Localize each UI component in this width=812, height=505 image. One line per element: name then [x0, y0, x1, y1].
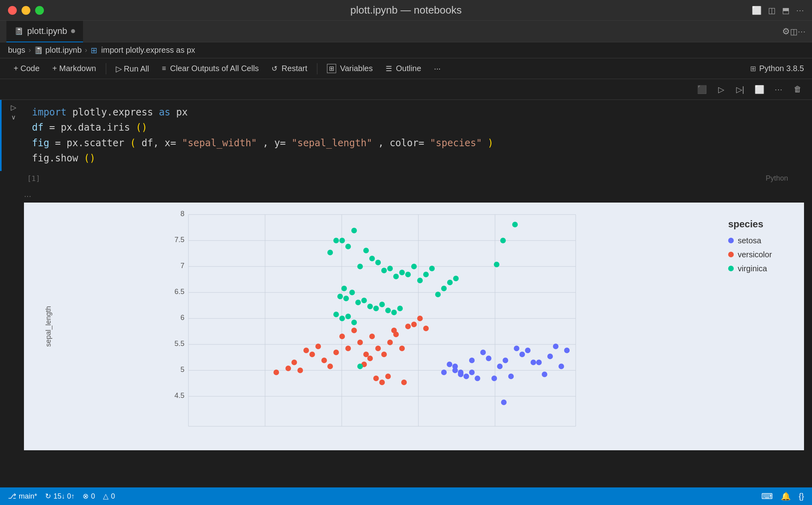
breadcrumb-bugs[interactable]: bugs: [8, 46, 25, 55]
svg-point-86: [351, 228, 357, 233]
cell-run-button[interactable]: ▷: [713, 82, 729, 97]
clear-outputs-label: Clear Outputs of All Cells: [170, 64, 259, 73]
outline-icon: ☰: [386, 64, 392, 73]
svg-point-58: [321, 358, 327, 363]
svg-point-78: [373, 376, 379, 381]
svg-text:7: 7: [180, 262, 184, 270]
error-status[interactable]: ⊗ 0: [83, 492, 95, 501]
legend-item-versicolor: versicolor: [728, 250, 792, 259]
sync-icon: ↻: [45, 492, 51, 501]
chart-plot: sepal_length 8 7.5 7: [32, 211, 716, 442]
cell-more-button[interactable]: ⋯: [770, 82, 786, 97]
restart-button[interactable]: ↺ Restart: [266, 62, 313, 76]
svg-point-102: [447, 280, 453, 285]
svg-point-114: [397, 306, 403, 311]
cell-run-next-button[interactable]: ▷|: [732, 82, 748, 97]
svg-point-96: [411, 264, 417, 269]
breadcrumb-bugs-label: bugs: [8, 46, 25, 55]
svg-point-105: [343, 296, 349, 301]
svg-text:6: 6: [180, 314, 184, 322]
output-area: ...: [0, 186, 812, 199]
svg-point-95: [405, 272, 411, 277]
run-cell-button[interactable]: ▷: [11, 103, 16, 112]
cell-toolbar: ⬛ ▷ ▷| ⬜ ⋯ 🗑: [0, 79, 812, 100]
cell-number: [1]: [24, 173, 44, 184]
variables-button[interactable]: ⊞ Variables: [321, 62, 378, 76]
minimize-button[interactable]: [22, 6, 30, 15]
feedback-icon[interactable]: ⌨: [761, 491, 773, 501]
add-markdown-button[interactable]: + Markdown: [47, 62, 102, 76]
svg-point-63: [351, 328, 357, 333]
add-code-button[interactable]: + Code: [8, 62, 45, 76]
breadcrumb: bugs › 📓 plott.ipynb › ⊞ import plotly.e…: [0, 42, 812, 58]
svg-point-94: [399, 270, 405, 275]
svg-point-106: [349, 290, 355, 295]
svg-point-45: [542, 372, 547, 377]
svg-point-67: [375, 346, 381, 351]
svg-point-50: [501, 400, 507, 405]
breadcrumb-notebook-icon: 📓: [34, 46, 43, 55]
variables-icon: ⊞: [327, 64, 336, 73]
collapse-button[interactable]: ∨: [11, 113, 16, 121]
more-icon[interactable]: ⋯: [796, 6, 804, 15]
tab-more-icon[interactable]: ⋯: [798, 27, 806, 36]
cell-footer: [1] Python: [0, 171, 812, 186]
svg-point-30: [458, 372, 463, 377]
svg-point-51: [273, 370, 279, 375]
statusbar: ⎇ main* ↻ 15↓ 0↑ ⊗ 0 △ 0 ⌨ 🔔 {}: [0, 487, 812, 505]
warning-icon: △: [103, 492, 109, 501]
titlebar: plott.ipynb — notebooks ⬜ ◫ ⬒ ⋯: [0, 0, 812, 21]
versicolor-dot: [728, 252, 734, 257]
svg-point-41: [519, 352, 525, 357]
add-code-label: + Code: [14, 64, 40, 73]
tab-plott[interactable]: 📓 plott.ipynb: [6, 21, 83, 42]
outline-button[interactable]: ☰ Outline: [380, 62, 427, 76]
breadcrumb-sep-2: ›: [85, 46, 87, 54]
branch-status[interactable]: ⎇ main*: [8, 492, 37, 501]
maximize-button[interactable]: [35, 6, 44, 15]
svg-point-90: [375, 260, 381, 265]
toolbar-more-button[interactable]: ···: [428, 62, 446, 76]
warning-status[interactable]: △ 0: [103, 492, 115, 501]
cell-code-content[interactable]: import plotly.express as px df = px.data…: [26, 100, 812, 171]
virginica-label: virginica: [738, 264, 767, 273]
close-button[interactable]: [8, 6, 17, 15]
toolbar: + Code + Markdown ▷ Run All ≡ Clear Outp…: [0, 58, 812, 79]
svg-point-83: [333, 238, 339, 243]
breadcrumb-file[interactable]: 📓 plott.ipynb: [34, 46, 81, 55]
svg-point-93: [393, 274, 399, 279]
cell-delete-button[interactable]: 🗑: [790, 82, 806, 97]
settings-button[interactable]: ⚙: [782, 26, 790, 37]
layout-icon[interactable]: ⬜: [752, 6, 762, 15]
breadcrumb-code[interactable]: ⊞ import plotly.express as px: [91, 46, 195, 55]
cell-expand-button[interactable]: ⬜: [751, 82, 767, 97]
svg-point-52: [285, 366, 291, 371]
sync-status[interactable]: ↻ 15↓ 0↑: [45, 492, 75, 501]
svg-point-75: [423, 326, 429, 331]
brackets-icon[interactable]: {}: [799, 492, 804, 501]
svg-point-82: [401, 380, 407, 385]
clear-outputs-button[interactable]: ≡ Clear Outputs of All Cells: [156, 62, 265, 76]
svg-text:4.5: 4.5: [174, 392, 184, 400]
notification-icon[interactable]: 🔔: [781, 491, 791, 501]
panel-layout-icon[interactable]: ◫: [790, 27, 798, 36]
svg-point-64: [357, 340, 363, 345]
split-v-icon[interactable]: ⬒: [782, 6, 790, 15]
code-import-kw: import: [32, 107, 67, 118]
code-line-2: df = px.data.iris (): [32, 120, 806, 135]
svg-point-36: [491, 376, 497, 381]
svg-point-110: [373, 306, 379, 311]
cell-move-up-button[interactable]: ⬛: [694, 82, 710, 97]
code-line-4: fig.show (): [32, 151, 806, 166]
svg-point-101: [441, 286, 447, 291]
svg-point-32: [475, 376, 480, 381]
svg-point-62: [345, 346, 351, 351]
svg-point-43: [531, 360, 536, 365]
svg-point-61: [339, 334, 345, 339]
run-all-button[interactable]: ▷ Run All: [110, 62, 155, 76]
svg-rect-0: [188, 215, 576, 426]
legend-item-setosa: setosa: [728, 236, 792, 245]
svg-point-117: [345, 314, 351, 319]
svg-point-33: [469, 370, 475, 375]
split-h-icon[interactable]: ◫: [768, 6, 776, 15]
